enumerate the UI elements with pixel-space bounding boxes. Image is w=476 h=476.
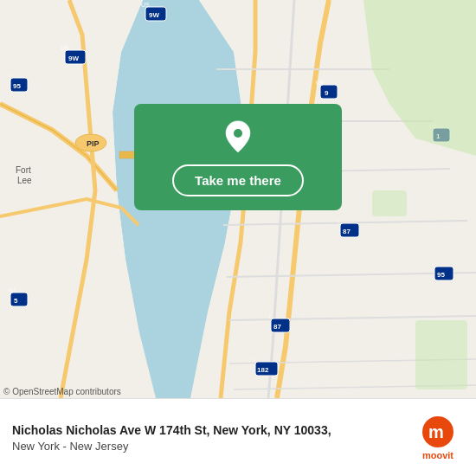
- svg-text:Lee: Lee: [17, 176, 32, 185]
- svg-text:PIP: PIP: [87, 139, 100, 148]
- svg-text:m: m: [428, 422, 444, 441]
- attribution-text: © OpenStreetMap contributors: [3, 387, 121, 396]
- map-attribution: © OpenStreetMap contributors: [3, 387, 121, 396]
- moovit-brand-text: moovit: [422, 450, 453, 460]
- svg-text:9: 9: [325, 89, 329, 97]
- svg-text:87: 87: [273, 323, 281, 331]
- svg-text:US: US: [61, 45, 69, 51]
- svg-text:NJ: NJ: [9, 287, 16, 293]
- destination-sub: New York - New Jersey: [12, 440, 403, 453]
- svg-rect-51: [415, 320, 467, 389]
- svg-point-54: [234, 129, 242, 138]
- take-me-there-button[interactable]: Take me there: [172, 164, 304, 196]
- destination-name: Nicholas Nicholas Ave W 174th St, New Yo…: [12, 422, 403, 438]
- svg-text:US: US: [316, 80, 325, 86]
- svg-text:9W: 9W: [149, 11, 159, 19]
- moovit-icon-svg: m: [421, 415, 454, 448]
- svg-text:87: 87: [343, 228, 351, 235]
- map-pin-icon: [219, 118, 257, 156]
- svg-rect-28: [320, 85, 338, 99]
- svg-text:Fort: Fort: [16, 165, 31, 175]
- svg-text:95: 95: [437, 271, 445, 279]
- svg-text:5: 5: [14, 297, 18, 305]
- svg-text:182: 182: [257, 366, 269, 374]
- svg-rect-46: [10, 293, 28, 306]
- map-container: PIP Fort Lee 9W US 9W US: [0, 0, 476, 398]
- svg-text:95: 95: [13, 82, 21, 90]
- action-card: Take me there: [134, 104, 342, 210]
- moovit-logo: m moovit: [412, 415, 464, 460]
- svg-rect-50: [372, 190, 407, 216]
- svg-text:US: US: [141, 2, 150, 8]
- svg-text:9W: 9W: [68, 55, 79, 62]
- bottom-bar: Nicholas Nicholas Ave W 174th St, New Yo…: [0, 398, 476, 476]
- destination-info: Nicholas Nicholas Ave W 174th St, New Yo…: [12, 422, 403, 453]
